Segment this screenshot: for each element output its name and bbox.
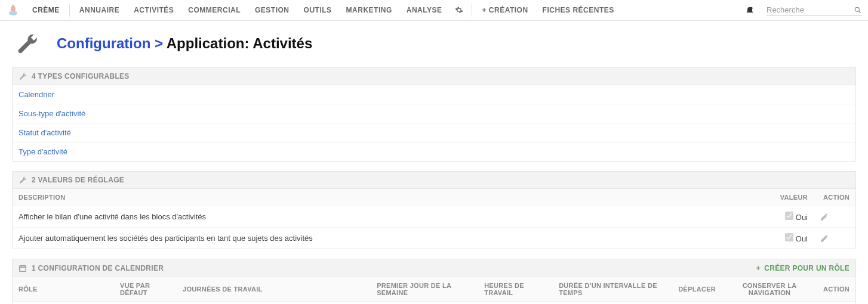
edit-icon[interactable] bbox=[820, 212, 849, 222]
type-link-statut: Statut d'activité bbox=[13, 123, 855, 142]
col-first: PREMIER JOUR DE LA SEMAINE bbox=[371, 277, 478, 302]
cal-drag bbox=[672, 302, 722, 305]
type-link-soustype: Sous-type d'activité bbox=[13, 104, 855, 123]
edit-icon[interactable] bbox=[820, 234, 849, 243]
nav-marketing[interactable]: MARKETING bbox=[339, 0, 399, 21]
cal-action bbox=[817, 302, 855, 305]
gear-icon[interactable] bbox=[449, 6, 469, 14]
calendar-icon bbox=[19, 264, 27, 272]
nav-right bbox=[745, 4, 862, 16]
app-logo bbox=[6, 3, 20, 17]
breadcrumb-current: Application: Activités bbox=[167, 35, 312, 51]
col-role: RÔLE bbox=[13, 277, 114, 302]
nav-activites[interactable]: ACTIVITÉS bbox=[127, 0, 181, 21]
plus-icon: + bbox=[756, 263, 761, 272]
nav-recent[interactable]: FICHES RÉCENTES bbox=[535, 0, 621, 21]
cal-keepnav bbox=[722, 302, 817, 305]
settings-block-header: 2 VALEURS DE RÉGLAGE bbox=[13, 172, 855, 189]
page-title: Configuration > Application: Activités bbox=[57, 35, 312, 52]
calendar-block-header: 1 CONFIGURATION DE CALENDRIER + CRÉER PO… bbox=[13, 259, 855, 277]
col-view: VUE PAR DÉFAUT bbox=[114, 277, 177, 302]
nav-items: CRÈME ANNUAIRE ACTIVITÉS COMMERCIAL GEST… bbox=[25, 0, 621, 21]
col-keepnav: CONSERVER LA NAVIGATION bbox=[722, 277, 817, 302]
create-role-label: CRÉER POUR UN RÔLE bbox=[764, 264, 849, 272]
search-icon[interactable] bbox=[854, 6, 862, 14]
col-hours: HEURES DE TRAVAIL bbox=[478, 277, 553, 302]
nav-annuaire[interactable]: ANNUAIRE bbox=[72, 0, 127, 21]
settings-block-title: 2 VALEURS DE RÉGLAGE bbox=[32, 176, 124, 184]
settings-row: Ajouter automatiquement les sociétés des… bbox=[13, 228, 855, 249]
breadcrumb-root[interactable]: Configuration bbox=[57, 35, 150, 51]
type-link-type: Type d'activité bbox=[13, 142, 855, 161]
cal-view: Mois bbox=[114, 302, 177, 305]
types-block-title: 4 TYPES CONFIGURABLES bbox=[32, 72, 130, 80]
cal-days: Lundi, Mardi, Mercredi, Jeudi, Vendredi,… bbox=[177, 302, 371, 305]
settings-row: Afficher le bilan d'une activité dans le… bbox=[13, 206, 855, 228]
wrench-small-icon bbox=[19, 72, 27, 80]
settings-desc: Afficher le bilan d'une activité dans le… bbox=[13, 206, 742, 228]
value-checkbox bbox=[785, 233, 793, 241]
settings-desc: Ajouter automatiquement les sociétés des… bbox=[13, 228, 742, 249]
wrench-small-icon bbox=[19, 176, 27, 184]
calendar-block-title: 1 CONFIGURATION DE CALENDRIER bbox=[32, 264, 164, 272]
search-box bbox=[767, 4, 862, 16]
types-block: 4 TYPES CONFIGURABLES Calendrier Sous-ty… bbox=[12, 67, 856, 162]
nav-separator bbox=[69, 4, 70, 17]
nav-creation[interactable]: + CRÉATION bbox=[475, 0, 535, 21]
wrench-icon bbox=[15, 32, 39, 55]
page-header: Configuration > Application: Activités bbox=[0, 21, 868, 67]
type-link[interactable]: Sous-type d'activité bbox=[19, 109, 85, 118]
nav-gestion[interactable]: GESTION bbox=[248, 0, 297, 21]
calendar-row: Configuration par défaut Mois Lundi, Mar… bbox=[13, 302, 855, 305]
svg-rect-4 bbox=[20, 265, 26, 271]
value-checkbox bbox=[785, 212, 793, 220]
value-text: Oui bbox=[796, 234, 808, 243]
cal-hours: 08:00 — 18:00 bbox=[478, 302, 553, 305]
notification-icon[interactable] bbox=[745, 5, 755, 15]
col-action: ACTION bbox=[814, 189, 855, 206]
create-role-button[interactable]: + CRÉER POUR UN RÔLE bbox=[756, 263, 849, 272]
settings-action bbox=[814, 206, 855, 228]
col-interval: DURÉE D'UN INTERVALLE DE TEMPS bbox=[553, 277, 672, 302]
content: 4 TYPES CONFIGURABLES Calendrier Sous-ty… bbox=[0, 67, 868, 304]
type-link[interactable]: Calendrier bbox=[19, 90, 54, 99]
settings-table: DESCRIPTION VALEUR ACTION Afficher le bi… bbox=[13, 189, 855, 249]
settings-value: Oui bbox=[742, 206, 814, 228]
search-input[interactable] bbox=[767, 5, 850, 14]
calendar-block: 1 CONFIGURATION DE CALENDRIER + CRÉER PO… bbox=[12, 259, 856, 304]
navbar: CRÈME ANNUAIRE ACTIVITÉS COMMERCIAL GEST… bbox=[0, 0, 868, 21]
settings-value: Oui bbox=[742, 228, 814, 249]
svg-point-1 bbox=[750, 7, 753, 10]
cal-interval: 00:15 bbox=[553, 302, 672, 305]
nav-analyse[interactable]: ANALYSE bbox=[399, 0, 450, 21]
col-action: ACTION bbox=[817, 277, 855, 302]
type-link[interactable]: Type d'activité bbox=[19, 147, 67, 156]
settings-action bbox=[814, 228, 855, 249]
type-link-calendrier: Calendrier bbox=[13, 85, 855, 104]
svg-line-3 bbox=[859, 11, 861, 13]
nav-outils[interactable]: OUTILS bbox=[297, 0, 339, 21]
calendar-table: RÔLE VUE PAR DÉFAUT JOURNÉES DE TRAVAIL … bbox=[13, 277, 855, 304]
breadcrumb-sep: > bbox=[155, 35, 163, 51]
svg-point-0 bbox=[9, 11, 17, 15]
col-value: VALEUR bbox=[742, 189, 814, 206]
col-description: DESCRIPTION bbox=[13, 189, 742, 206]
types-block-header: 4 TYPES CONFIGURABLES bbox=[13, 68, 855, 85]
settings-block: 2 VALEURS DE RÉGLAGE DESCRIPTION VALEUR … bbox=[12, 171, 856, 249]
col-days: JOURNÉES DE TRAVAIL bbox=[177, 277, 371, 302]
nav-brand[interactable]: CRÈME bbox=[25, 0, 67, 21]
value-text: Oui bbox=[796, 213, 808, 222]
type-link[interactable]: Statut d'activité bbox=[19, 128, 71, 137]
nav-separator bbox=[472, 4, 472, 17]
col-drag: DÉPLACER bbox=[672, 277, 722, 302]
svg-point-2 bbox=[855, 7, 859, 11]
cal-role: Configuration par défaut bbox=[13, 302, 114, 305]
nav-commercial[interactable]: COMMERCIAL bbox=[181, 0, 248, 21]
cal-first: Lundi bbox=[371, 302, 478, 305]
